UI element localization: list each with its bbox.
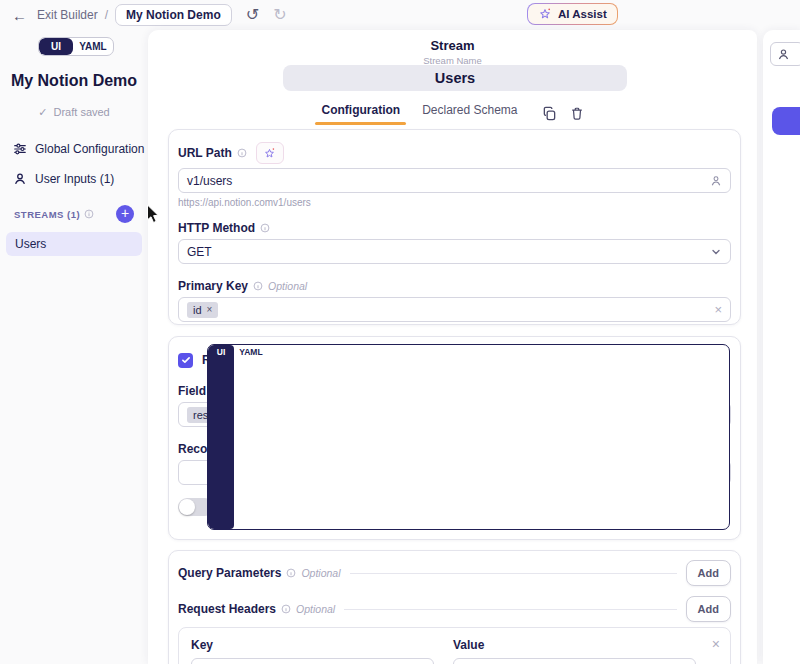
toggle-ui-option[interactable]: UI [208,345,234,529]
connector-title: My Notion Demo [0,72,148,90]
testing-panel [763,30,800,664]
add-request-header-button[interactable]: Add [686,596,731,622]
copy-stream-icon[interactable] [542,106,557,121]
back-arrow-icon[interactable]: ← [12,7,27,24]
divider [350,573,677,574]
optional-label: Optional [301,567,340,579]
sparkle-star-icon [538,7,552,21]
connector-name-field[interactable]: My Notion Demo [115,4,232,26]
tag-label: id [193,304,202,316]
draft-status: ✓ Draft saved [0,106,148,119]
streams-header: STREAMS (1) + [0,205,148,223]
optional-label: Optional [296,603,335,615]
testing-values-field[interactable] [770,42,800,66]
tag-chip[interactable]: id × [187,302,218,318]
http-method-label: HTTP Method [178,221,255,235]
connector-builder-app: ← Exit Builder / My Notion Demo ↺ ↻ AI A… [0,0,800,664]
url-path-input[interactable]: v1/users [178,168,731,193]
requester-card: URL Path v1/users https://api.notion.com… [168,129,741,325]
request-headers-label: Request Headers [178,602,276,616]
add-query-parameter-button[interactable]: Add [686,560,731,586]
breadcrumb-separator: / [105,8,108,22]
record-selector-checkbox[interactable] [178,353,193,368]
info-icon [286,568,296,578]
remove-tag-icon[interactable]: × [207,304,213,315]
top-bar: ← Exit Builder / My Notion Demo ↺ ↻ AI A… [0,0,800,30]
divider [344,609,676,610]
stream-tabs: Configuration Declared Schema [148,103,757,123]
add-stream-button[interactable]: + [116,205,134,223]
delete-stream-icon[interactable] [570,106,584,121]
clear-field-icon[interactable]: × [714,302,722,317]
sidebar-item-label: User Inputs (1) [35,172,114,186]
sliders-icon [13,142,27,156]
header-value-label: Value [453,638,696,652]
draft-status-label: Draft saved [53,106,109,119]
ai-assist-label: AI Assist [558,8,607,20]
record-selector-card: Record Selector Field Path Optional resu… [168,336,741,540]
url-preview: https://api.notion.comv1/users [178,197,731,208]
redo-icon[interactable]: ↻ [273,7,286,23]
request-options-card: Query Parameters Optional Add Request He… [168,550,741,664]
sidebar-item-global-configuration[interactable]: Global Configuration [0,137,148,161]
optional-label: Optional [268,280,307,292]
sparkle-star-icon [263,147,276,160]
info-icon [237,148,247,158]
sidebar-item-label: Global Configuration [35,142,144,156]
sidebar-item-user-inputs[interactable]: User Inputs (1) [0,167,148,191]
info-icon [84,209,94,219]
undo-icon[interactable]: ↺ [246,7,259,23]
url-path-value: v1/users [187,174,710,188]
panel-title: Stream [148,38,757,53]
request-header-row: × Key Notion-Version Value 2022-06-28 [178,627,731,664]
http-method-value: GET [187,245,710,259]
info-icon [260,223,270,233]
exit-builder-link[interactable]: Exit Builder [37,8,98,22]
header-value-input[interactable]: 2022-06-28 [453,658,696,664]
person-icon [13,172,27,186]
selector-ui-yaml-toggle[interactable]: UI YAML [207,344,730,530]
header-key-label: Key [191,638,434,652]
stream-list-item-users[interactable]: Users [6,232,142,256]
check-icon [181,355,191,365]
http-method-select[interactable]: GET [178,239,731,264]
check-icon: ✓ [38,106,47,119]
ai-assist-button[interactable]: AI Assist [527,3,618,25]
tab-configuration[interactable]: Configuration [321,103,400,123]
chevron-down-icon [710,246,722,258]
builder-sidebar: UI YAML My Notion Demo ✓ Draft saved Glo… [0,30,148,664]
url-path-label: URL Path [178,146,232,160]
stream-name-input[interactable]: Users [283,65,627,91]
remove-header-icon[interactable]: × [712,636,720,652]
ui-yaml-toggle[interactable]: UI YAML [38,37,114,56]
tab-declared-schema[interactable]: Declared Schema [422,103,517,123]
streams-label: STREAMS (1) [14,209,80,220]
toggle-yaml-option[interactable]: YAML [234,345,268,529]
user-input-icon[interactable] [710,175,722,187]
primary-key-tag-input[interactable]: id × × [178,297,731,322]
ai-suggest-url-button[interactable] [256,142,284,164]
test-stream-button[interactable] [772,107,800,135]
person-icon [777,48,790,61]
stream-config-panel: Stream Stream Name Users Configuration D… [148,30,757,664]
info-icon [281,604,291,614]
info-icon [253,281,263,291]
toggle-ui-option[interactable]: UI [39,38,73,55]
query-parameters-label: Query Parameters [178,566,281,580]
sidebar-nav: Global Configuration User Inputs (1) [0,137,148,191]
primary-key-label: Primary Key [178,279,248,293]
toggle-yaml-option[interactable]: YAML [73,38,113,55]
header-key-input[interactable]: Notion-Version [191,658,434,664]
